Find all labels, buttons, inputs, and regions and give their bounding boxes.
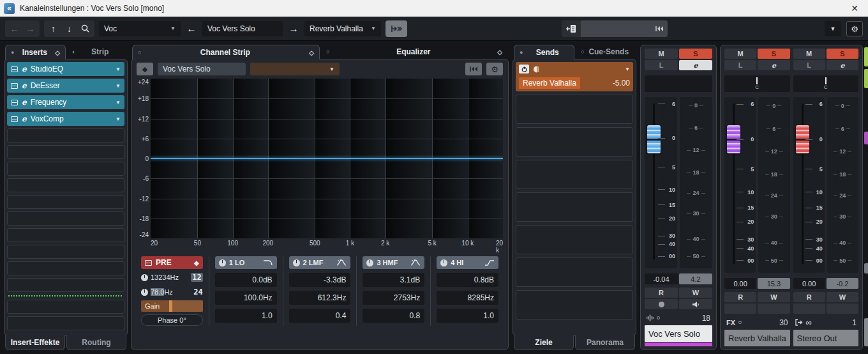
knob-icon[interactable] — [366, 259, 373, 266]
bypass-icon[interactable] — [11, 100, 18, 105]
bypass-icon[interactable] — [145, 260, 152, 266]
knob-icon[interactable] — [293, 259, 300, 266]
insert-slot-frequency[interactable]: e Frequency ▼ — [7, 95, 124, 109]
listen-button[interactable]: L — [645, 60, 678, 70]
pre-filter-header[interactable]: PRE ◆ — [141, 256, 203, 269]
fader-well[interactable]: 605101520304000 — [724, 97, 756, 273]
edit-plugin-icon[interactable]: e — [22, 65, 27, 73]
edit-routing-button[interactable] — [385, 20, 407, 37]
band-2-gain[interactable]: -3.3dB — [289, 273, 351, 287]
record-enable-button[interactable] — [645, 299, 678, 309]
insert-slot-empty[interactable] — [7, 178, 124, 192]
listen-button[interactable]: L — [793, 60, 825, 70]
edit-channel-button[interactable]: e — [827, 60, 858, 70]
send-power-icon[interactable] — [519, 65, 529, 73]
edit-channel-button[interactable]: e — [758, 60, 789, 70]
tab-insert-effekte[interactable]: Insert-Effekte — [5, 335, 65, 350]
band-4-gain[interactable]: 0.8dB — [437, 273, 498, 287]
eq-reset-button[interactable] — [465, 63, 482, 75]
low-cut-slope[interactable]: 24 — [193, 288, 202, 296]
write-automation-button[interactable]: W — [758, 292, 789, 302]
search-icon[interactable] — [77, 21, 93, 36]
channel-state-icon[interactable] — [738, 321, 742, 324]
edit-plugin-icon[interactable]: e — [22, 98, 27, 106]
high-cut-slope[interactable]: 12 — [191, 273, 202, 282]
toolbar-dropdown-icon[interactable]: ▼ — [825, 21, 841, 36]
channel-search-box[interactable] — [562, 20, 668, 37]
go-output-arrow-icon[interactable]: → — [287, 23, 300, 34]
chevron-down-icon[interactable]: ▼ — [116, 66, 121, 72]
low-cut-row[interactable]: 78.0Hz 24 — [141, 286, 203, 298]
fader-value[interactable]: -0.04 — [645, 273, 678, 284]
mute-button[interactable]: M — [645, 49, 678, 59]
solo-button[interactable]: S — [679, 49, 712, 59]
knob-icon[interactable] — [219, 259, 226, 266]
listen-button[interactable]: L — [724, 60, 756, 70]
insert-slot-deesser[interactable]: e DeEsser ▼ — [7, 79, 124, 93]
send-slot-empty[interactable] — [516, 225, 633, 254]
tab-panorama[interactable]: Panorama — [575, 335, 635, 350]
band-3-header[interactable]: 3 HMF — [363, 256, 424, 269]
eq-plot[interactable] — [151, 79, 503, 238]
edit-channel-button[interactable]: e — [679, 60, 712, 70]
blank-button[interactable] — [827, 304, 858, 314]
write-automation-button[interactable]: W — [679, 288, 712, 298]
insert-slot-empty[interactable] — [7, 316, 124, 330]
previous-channel-icon[interactable]: ↑ — [45, 21, 61, 36]
channel-name-box[interactable]: Reverb Valhalla — [724, 330, 790, 346]
band-4-q[interactable]: 1.0 — [437, 309, 498, 323]
band-1-header[interactable]: 1 LO — [215, 256, 277, 269]
read-automation-button[interactable]: R — [645, 288, 678, 298]
channel-name-box[interactable]: Stereo Out — [793, 330, 859, 346]
tab-ziele[interactable]: Ziele — [514, 335, 574, 350]
write-automation-button[interactable]: W — [827, 292, 858, 302]
insert-slot-empty[interactable] — [7, 162, 124, 176]
pan-control[interactable]: C — [793, 75, 859, 92]
tab-channel-strip[interactable]: ○ Channel Strip ◇ — [132, 45, 320, 59]
blank-button[interactable] — [724, 304, 756, 314]
highshelf-curve-icon[interactable] — [484, 259, 495, 266]
pan-control[interactable] — [645, 75, 712, 92]
close-icon[interactable]: ✕ — [841, 0, 868, 17]
tab-sends[interactable]: ● Sends — [514, 45, 574, 59]
high-cut-row[interactable]: 13234Hz 12 — [141, 271, 203, 284]
chevron-down-icon[interactable]: ▼ — [116, 100, 121, 105]
pre-post-icon[interactable] — [534, 66, 539, 73]
peak-value[interactable]: 15.3 — [758, 278, 789, 289]
gain-slider-handle[interactable] — [169, 300, 172, 312]
skip-start-icon[interactable] — [655, 26, 664, 32]
insert-slot-studioeq[interactable]: e StudioEQ ▼ — [7, 62, 124, 76]
pan-control[interactable]: C — [724, 75, 790, 92]
insert-slot-empty[interactable] — [7, 195, 124, 209]
bypass-indicator-icon[interactable]: ● — [11, 49, 14, 56]
eq-preset-select[interactable]: ▼ — [250, 63, 340, 75]
band-2-header[interactable]: 2 LMF — [289, 256, 351, 269]
tab-cue-sends[interactable]: ○ Cue-Sends — [576, 45, 635, 59]
band-2-q[interactable]: 0.4 — [289, 309, 351, 323]
insert-slot-empty[interactable] — [7, 278, 124, 292]
go-source-arrow-icon[interactable]: ← — [185, 23, 198, 34]
band-4-header[interactable]: 4 HI — [437, 256, 498, 269]
send-level-value[interactable]: -5.00 — [613, 79, 630, 88]
channel-search-input[interactable] — [581, 20, 668, 37]
back-icon[interactable]: ← — [6, 21, 22, 36]
insert-slot-empty[interactable] — [7, 212, 124, 226]
band-1-gain[interactable]: 0.0dB — [215, 273, 277, 287]
mute-button[interactable]: M — [724, 49, 756, 59]
fader-value[interactable]: 0.00 — [724, 278, 756, 289]
bypass-indicator-icon[interactable]: ○ — [326, 49, 329, 55]
band-1-freq[interactable]: 100.0Hz — [215, 291, 277, 305]
forward-icon[interactable]: → — [22, 21, 38, 36]
insert-slot-empty[interactable] — [7, 300, 124, 314]
solo-button[interactable]: S — [827, 49, 858, 59]
fader-well[interactable]: 605101520304000 — [793, 97, 825, 273]
bypass-indicator-icon[interactable]: ○ — [138, 49, 141, 56]
send-slot-empty[interactable] — [516, 290, 633, 319]
output-select[interactable]: Reverb Valhalla ▼ — [304, 21, 381, 36]
peak-curve-icon[interactable] — [410, 259, 421, 266]
eq-compare-button[interactable]: ◆ — [137, 63, 153, 75]
send-slot-empty[interactable] — [516, 127, 633, 157]
lowshelf-curve-icon[interactable] — [263, 259, 273, 266]
mute-button[interactable]: M — [793, 49, 825, 59]
band-3-gain[interactable]: 3.1dB — [363, 273, 424, 287]
